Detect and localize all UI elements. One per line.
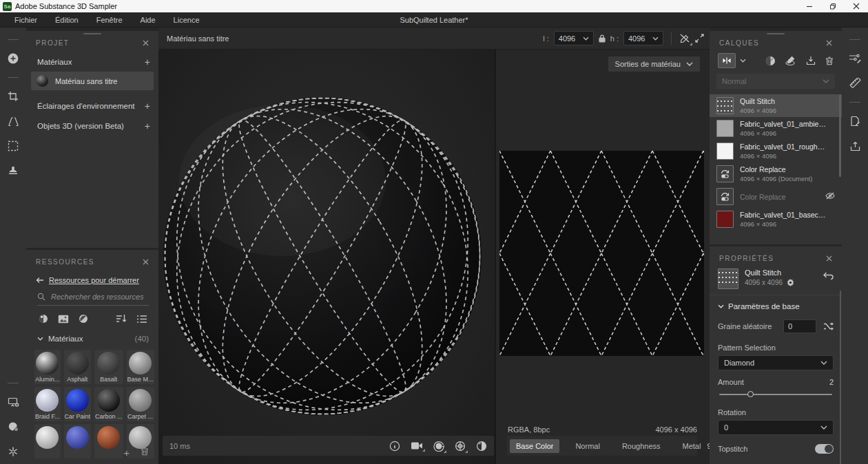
delete-layer-icon[interactable]: [825, 56, 834, 65]
add-icon[interactable]: +: [123, 447, 130, 458]
lock-icon[interactable]: [599, 34, 606, 43]
close-icon[interactable]: [141, 38, 150, 48]
visibility-off-icon[interactable]: [825, 192, 835, 201]
material-swatch[interactable]: Braid F...: [34, 387, 61, 421]
slider-knob[interactable]: [747, 391, 754, 397]
filter-image-icon[interactable]: [58, 315, 69, 324]
layer-row[interactable]: Fabric_valvet_01_roughness.jpg4096 × 409…: [710, 140, 842, 162]
material-swatch[interactable]: Carpet ...: [127, 387, 154, 421]
layer-row[interactable]: Fabric_valvet_01_ambientocclusion.jpg409…: [710, 117, 842, 140]
reset-icon[interactable]: [823, 268, 834, 281]
compare-view-button[interactable]: [718, 53, 736, 68]
material-swatch[interactable]: Carbon ...: [94, 387, 123, 421]
rotation-select[interactable]: 0: [718, 420, 834, 435]
height-select[interactable]: 4096: [623, 31, 663, 45]
add-object-button[interactable]: +: [145, 123, 150, 129]
add-adjustment-icon[interactable]: [765, 56, 776, 66]
minimize-button[interactable]: [798, 0, 821, 12]
display-settings-icon[interactable]: [3, 392, 23, 412]
edit-disabled-icon[interactable]: [679, 33, 690, 44]
project-section-objects[interactable]: Objets 3D (version Beta) +: [26, 116, 158, 136]
base-parameters-section[interactable]: Paramètres de base: [710, 295, 842, 315]
close-icon[interactable]: [824, 253, 834, 263]
marquee-select-icon[interactable]: [3, 136, 23, 156]
material-item[interactable]: Matériau sans titre: [31, 72, 154, 90]
amount-slider[interactable]: [719, 390, 832, 399]
channel-tab[interactable]: Base Color: [510, 439, 559, 453]
menu-item[interactable]: Aide: [132, 12, 165, 28]
layer-row[interactable]: Fabric_valvet_01_basecolor.jpg4096 × 409…: [710, 208, 842, 231]
project-panel-title: PROJET: [36, 39, 69, 47]
render-mode-icon[interactable]: [476, 441, 487, 452]
crop-icon[interactable]: [3, 87, 23, 106]
environment-icon[interactable]: [455, 441, 466, 452]
material-swatch[interactable]: Base M...: [127, 350, 154, 384]
width-select[interactable]: 4096: [554, 31, 594, 45]
project-section-materials[interactable]: Matériaux +: [26, 52, 158, 72]
layer-row[interactable]: Color Replace: [710, 185, 842, 208]
menu-item[interactable]: Licence: [165, 12, 209, 28]
trash-icon[interactable]: [141, 447, 149, 458]
close-icon[interactable]: [141, 257, 150, 266]
channel-tab[interactable]: Normal: [569, 439, 606, 453]
filter-swatch-icon[interactable]: [79, 314, 88, 324]
material-swatch[interactable]: Alumin...: [34, 350, 61, 384]
left-tool-strip: [0, 28, 26, 464]
close-icon[interactable]: [824, 38, 834, 48]
resources-panel-title: RESSOURCES: [36, 258, 94, 266]
annotate-icon[interactable]: [845, 112, 865, 131]
perspective-icon[interactable]: [3, 112, 23, 131]
shuffle-icon[interactable]: [823, 322, 834, 330]
menu-item[interactable]: Fichier: [6, 12, 46, 28]
add-effect-icon[interactable]: [785, 56, 796, 66]
gear-icon[interactable]: [787, 279, 794, 286]
environment-settings-icon[interactable]: [3, 417, 23, 436]
blend-mode-select[interactable]: Normal: [716, 74, 835, 89]
ruler-icon[interactable]: [845, 74, 865, 93]
add-material-button[interactable]: +: [145, 59, 150, 65]
fullscreen-icon[interactable]: [695, 34, 704, 43]
channel-tab[interactable]: Metal: [676, 439, 707, 453]
material-swatch[interactable]: [94, 424, 123, 458]
camera-icon[interactable]: [411, 441, 423, 450]
toggle-switch[interactable]: [815, 444, 834, 454]
list-view-icon[interactable]: [136, 315, 147, 324]
add-lighting-button[interactable]: +: [145, 103, 150, 109]
viewport-2d[interactable]: Sorties de matériau: [496, 50, 710, 464]
menu-item[interactable]: Fenêtre: [87, 12, 132, 28]
scrollbar[interactable]: [840, 291, 841, 464]
turntable-icon[interactable]: [433, 441, 444, 452]
material-swatch[interactable]: Asphalt: [64, 350, 92, 384]
material-swatch[interactable]: Basalt: [94, 350, 123, 384]
channel-tab[interactable]: Roughness: [616, 439, 667, 453]
close-button[interactable]: [845, 0, 868, 12]
material-swatch[interactable]: [34, 424, 61, 458]
seed-input[interactable]: 0: [783, 319, 816, 333]
info-icon[interactable]: [389, 441, 400, 452]
viewport-3d[interactable]: 10 ms: [158, 50, 495, 464]
project-section-lighting[interactable]: Éclairages d'environnement +: [26, 96, 158, 116]
layer-row[interactable]: Quilt Stitch4096 × 4096: [710, 94, 842, 117]
menu-item[interactable]: Édition: [46, 12, 87, 28]
chevron-down-icon[interactable]: [740, 59, 746, 63]
viewport-tab[interactable]: Matériau sans titre: [164, 34, 231, 43]
share-icon[interactable]: [845, 136, 865, 156]
plugins-icon[interactable]: [3, 442, 23, 461]
import-layer-icon[interactable]: [806, 56, 816, 65]
clone-stamp-icon[interactable]: [3, 161, 23, 180]
back-arrow-icon[interactable]: [36, 277, 44, 284]
resources-group-header[interactable]: Matériaux (40): [26, 326, 158, 344]
scrollbar[interactable]: [839, 94, 841, 177]
tweaks-icon[interactable]: [845, 49, 865, 68]
search-input[interactable]: Rechercher des ressources: [37, 293, 149, 306]
sort-icon[interactable]: [116, 314, 127, 324]
restore-button[interactable]: [821, 0, 845, 12]
filter-material-icon[interactable]: [39, 314, 48, 324]
resources-back-link[interactable]: Ressources pour démarrer: [49, 276, 139, 284]
layer-row[interactable]: Color Replace4096 × 4096 (Document): [710, 162, 842, 185]
material-outputs-select[interactable]: Sorties de matériau: [608, 56, 700, 72]
material-swatch[interactable]: [64, 424, 92, 458]
material-swatch[interactable]: Car Paint: [64, 387, 92, 421]
pattern-select[interactable]: Diamond: [718, 355, 834, 370]
add-resource-icon[interactable]: [3, 49, 23, 68]
